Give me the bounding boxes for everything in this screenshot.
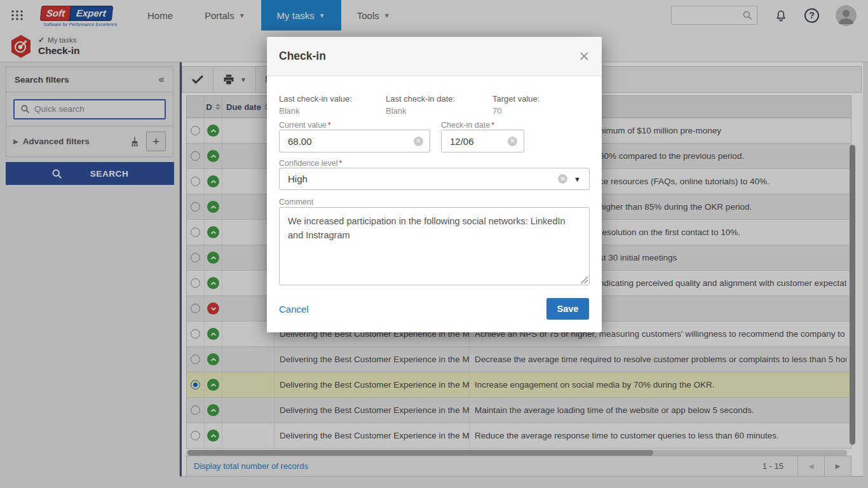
confidence-level-label: Confidence level* (279, 159, 342, 168)
target-value: Target value: 70 (492, 94, 539, 116)
save-button[interactable]: Save (546, 298, 589, 320)
close-icon[interactable]: ✕ (578, 50, 590, 63)
resize-handle-icon[interactable] (581, 276, 588, 283)
last-check-in-date: Last check-in date: Blank (386, 94, 455, 116)
dialog-header: Check-in ✕ (267, 37, 602, 76)
comment-label: Comment (279, 198, 313, 207)
confidence-level-select[interactable]: High ✕ ▼ (279, 168, 590, 190)
clear-icon[interactable]: ✕ (508, 137, 517, 146)
clear-icon[interactable]: ✕ (414, 137, 423, 146)
last-check-in-value: Last check-in value: Blank (279, 94, 352, 116)
comment-textarea[interactable]: We increased participation in the follow… (279, 207, 590, 285)
cancel-button[interactable]: Cancel (279, 304, 309, 315)
current-value-label: Current value* (279, 121, 331, 130)
check-in-dialog: Check-in ✕ Last check-in value: Blank La… (267, 37, 602, 332)
chevron-down-icon[interactable]: ▼ (574, 175, 581, 183)
check-in-date-field[interactable]: 12/06 ✕ (441, 130, 524, 152)
clear-icon[interactable]: ✕ (558, 174, 567, 184)
current-value-field[interactable]: 68.00 ✕ (279, 130, 430, 152)
dialog-title: Check-in (279, 50, 326, 63)
check-in-date-label: Check-in date* (441, 121, 494, 130)
